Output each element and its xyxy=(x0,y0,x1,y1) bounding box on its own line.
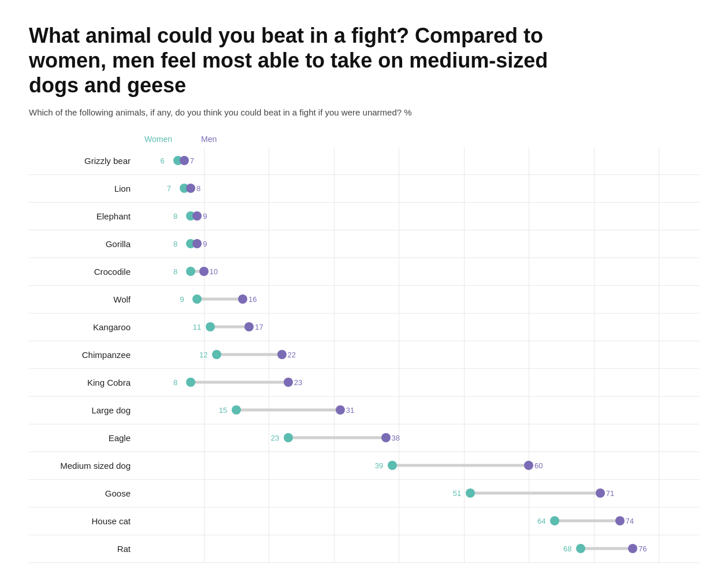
women-value: 8 xyxy=(173,212,177,221)
women-value: 15 xyxy=(219,406,227,415)
women-dot xyxy=(206,322,215,331)
chart-subtitle: Which of the following animals, if any, … xyxy=(29,107,699,117)
women-value: 11 xyxy=(193,323,201,331)
men-value: 17 xyxy=(255,323,263,331)
men-value: 23 xyxy=(294,378,302,387)
x-axis: 01020304050607080 xyxy=(139,564,659,567)
animal-label: Grizzly bear xyxy=(29,156,139,166)
men-value: 38 xyxy=(392,434,400,442)
animal-label: Eagle xyxy=(29,433,139,443)
animal-label: Goose xyxy=(29,488,139,498)
connector-line xyxy=(236,409,340,412)
women-dot xyxy=(186,267,195,276)
men-dot xyxy=(336,405,345,415)
men-dot xyxy=(244,322,254,331)
women-dot xyxy=(466,488,475,498)
men-dot xyxy=(615,516,625,525)
legend-women-label: Women xyxy=(144,135,172,144)
animal-label: Chimpanzee xyxy=(29,350,139,360)
chart-row: Chimpanzee1222 xyxy=(29,341,699,369)
women-value: 7 xyxy=(167,184,171,193)
men-dot xyxy=(628,544,637,553)
chart-row: Lion78 xyxy=(29,175,699,203)
men-dot xyxy=(381,433,391,442)
chart-row: Medium sized dog3960 xyxy=(29,452,699,480)
connector-line xyxy=(581,547,633,550)
connector-line xyxy=(191,381,288,384)
women-value: 8 xyxy=(173,267,177,276)
men-value: 76 xyxy=(638,544,647,553)
animal-label: House cat xyxy=(29,516,139,526)
women-value: 39 xyxy=(375,461,383,470)
connector-line xyxy=(217,353,282,356)
connector-line xyxy=(197,298,243,301)
chart-row: Wolf916 xyxy=(29,286,699,314)
animal-label: Gorilla xyxy=(29,239,139,249)
women-dot xyxy=(186,378,195,387)
chart-row: House cat6474 xyxy=(29,508,699,535)
chart-legend: Women Men xyxy=(144,135,699,144)
women-dot xyxy=(388,461,397,470)
chart-row: Kangaroo1117 xyxy=(29,314,699,341)
women-value: 12 xyxy=(199,350,207,359)
animal-label: Elephant xyxy=(29,211,139,221)
men-dot xyxy=(199,267,209,276)
men-value: 22 xyxy=(288,350,296,359)
men-dot xyxy=(284,378,293,387)
women-value: 51 xyxy=(453,489,461,498)
women-dot xyxy=(212,350,221,359)
men-value: 9 xyxy=(203,212,207,221)
animal-label: Wolf xyxy=(29,294,139,304)
chart-row: Elephant89 xyxy=(29,203,699,230)
chart-row: King Cobra823 xyxy=(29,369,699,397)
chart-row: Grizzly bear67 xyxy=(29,147,699,175)
chart-row: Crocodile810 xyxy=(29,258,699,286)
women-value: 6 xyxy=(161,156,165,165)
men-dot xyxy=(524,461,533,470)
men-dot xyxy=(277,350,287,359)
women-dot xyxy=(576,544,585,553)
connector-line xyxy=(210,326,250,329)
connector-line xyxy=(555,520,620,523)
chart-area: Women Men Grizzly bear67Lion78Elephant89… xyxy=(29,135,699,567)
animal-label: Medium sized dog xyxy=(29,461,139,471)
men-dot xyxy=(192,211,202,221)
women-value: 68 xyxy=(563,544,571,553)
connector-line xyxy=(288,437,386,439)
page-title: What animal could you beat in a fight? C… xyxy=(29,23,549,98)
men-dot xyxy=(180,156,189,165)
animal-label: Large dog xyxy=(29,405,139,415)
men-value: 9 xyxy=(203,240,207,248)
women-dot xyxy=(550,516,559,525)
men-value: 8 xyxy=(196,184,200,193)
men-value: 71 xyxy=(606,489,614,498)
women-dot xyxy=(232,405,241,415)
animal-label: Kangaroo xyxy=(29,322,139,332)
men-dot xyxy=(186,184,195,193)
men-value: 31 xyxy=(346,406,354,415)
animal-label: King Cobra xyxy=(29,378,139,387)
chart-row: Eagle2338 xyxy=(29,424,699,452)
men-value: 60 xyxy=(534,461,543,470)
women-value: 64 xyxy=(537,517,545,525)
animal-label: Lion xyxy=(29,184,139,193)
chart-row: Rat6876 xyxy=(29,535,699,563)
connector-line xyxy=(470,492,600,495)
men-dot xyxy=(192,239,202,248)
connector-line xyxy=(392,464,529,467)
chart-row: Goose5171 xyxy=(29,480,699,508)
men-value: 16 xyxy=(248,295,257,304)
chart-row: Large dog1531 xyxy=(29,397,699,424)
legend-men-label: Men xyxy=(201,135,217,144)
animal-label: Crocodile xyxy=(29,267,139,277)
chart-rows: Grizzly bear67Lion78Elephant89Gorilla89C… xyxy=(29,147,699,563)
chart-row: Gorilla89 xyxy=(29,230,699,258)
animal-label: Rat xyxy=(29,544,139,554)
women-value: 8 xyxy=(173,378,177,387)
women-value: 9 xyxy=(180,295,184,304)
men-value: 10 xyxy=(210,267,218,276)
men-value: 74 xyxy=(626,517,634,525)
men-value: 7 xyxy=(190,156,194,165)
women-value: 8 xyxy=(173,240,177,248)
women-dot xyxy=(284,433,293,442)
